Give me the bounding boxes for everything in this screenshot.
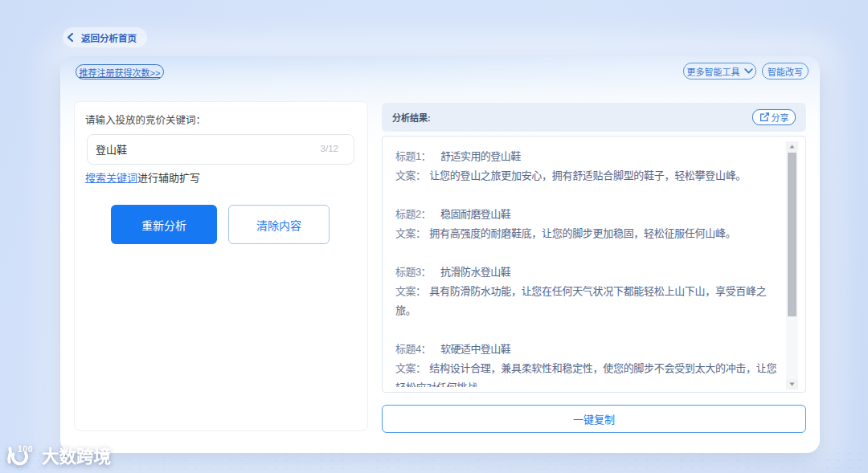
svg-text:100: 100 (18, 444, 33, 454)
